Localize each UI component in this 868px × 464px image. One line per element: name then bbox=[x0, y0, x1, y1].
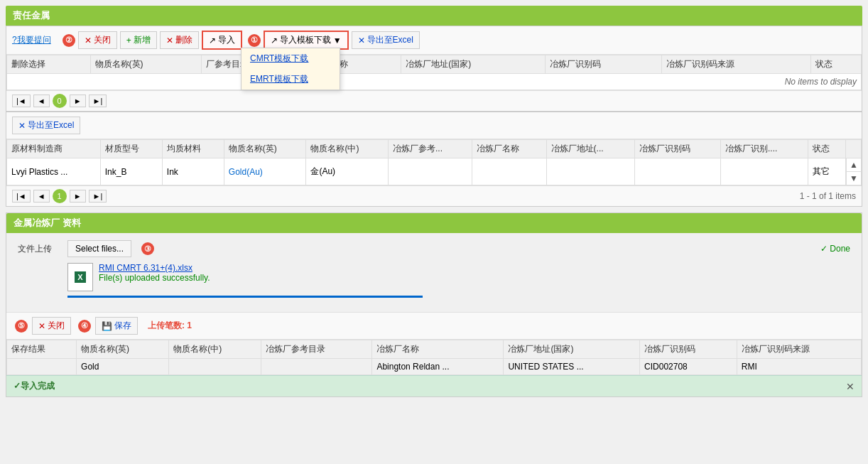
metal-section: 金属冶炼厂 资料 文件上传 Select files... ③ ✓ Done X… bbox=[6, 212, 862, 397]
upload-count-value: 1 bbox=[187, 320, 192, 330]
import-template-button[interactable]: ↗ 导入模板下载 ▼ bbox=[264, 31, 349, 50]
import-icon: ↗ bbox=[209, 36, 216, 45]
badge-2: ② bbox=[63, 34, 75, 47]
select-files-button[interactable]: Select files... bbox=[67, 240, 131, 257]
t2-col-status: 状态 bbox=[808, 140, 846, 158]
first-page-btn2[interactable]: |◄ bbox=[12, 190, 31, 203]
export2-icon: ✕ bbox=[18, 121, 26, 131]
delete-button[interactable]: ✕ 删除 bbox=[160, 31, 199, 49]
action-toolbar: ⑤ ✕ 关闭 ④ 💾 保存 上传笔数: 1 bbox=[6, 312, 862, 340]
action-close-button[interactable]: ✕ 关闭 bbox=[32, 317, 71, 335]
r-col-name-cn: 物质名称(中) bbox=[169, 340, 261, 359]
t2-name-en[interactable]: Gold(Au) bbox=[224, 158, 306, 185]
r-name-cn bbox=[169, 359, 261, 375]
pagination2: |◄ ◄ 1 ► ►| 1 - 1 of 1 items bbox=[6, 185, 862, 206]
toolbar1: ?我要提问 ② ✕ 关闭 + 新增 ✕ 删除 ↗ 导入 ① ↗ 导入模板下载 bbox=[6, 26, 862, 55]
close-icon: ✕ bbox=[85, 36, 92, 45]
col-delete-select: 删除选择 bbox=[7, 55, 91, 74]
add-button[interactable]: + 新增 bbox=[120, 31, 157, 49]
t2-smelter-id-src bbox=[721, 158, 808, 185]
t2-smelter-name bbox=[472, 158, 546, 185]
t2-name-cn: 金(Au) bbox=[306, 158, 389, 185]
r-name-en: Gold bbox=[77, 359, 169, 375]
action-close-icon: ✕ bbox=[38, 321, 45, 331]
save-button[interactable]: 💾 保存 bbox=[95, 317, 138, 335]
r-col-smelter-name: 冶炼厂名称 bbox=[372, 340, 504, 359]
r-col-smelter-addr: 冶炼厂地址(国家) bbox=[504, 340, 640, 359]
metal-section-title: 金属冶炼厂 资料 bbox=[6, 213, 862, 233]
r-col-smelter-ref: 冶炼厂参考目录 bbox=[261, 340, 372, 359]
next-page-btn2[interactable]: ► bbox=[70, 190, 86, 203]
export-button[interactable]: ✕ 导出至Excel bbox=[352, 31, 420, 49]
t2-col-smelter-id-src: 冶炼厂识别.... bbox=[721, 140, 808, 158]
toolbar2: ✕ 导出至Excel bbox=[6, 112, 862, 139]
emrt-template-item[interactable]: EMRT模板下载 bbox=[242, 69, 340, 90]
import-complete-bar: ✓导入完成 ✕ bbox=[6, 375, 862, 396]
upload-count-label: 上传笔数: 1 bbox=[148, 320, 192, 332]
t2-col-smelter-addr: 冶炼厂地址(... bbox=[546, 140, 634, 158]
r-smelter-addr: UNITED STATES ... bbox=[504, 359, 640, 375]
r-smelter-id-src: RMI bbox=[737, 359, 861, 375]
items-count: 1 - 1 of 1 items bbox=[109, 191, 856, 201]
col-smelter-id: 冶炼厂识别码 bbox=[545, 55, 661, 74]
col-status: 状态 bbox=[810, 55, 861, 74]
upload-area: 文件上传 Select files... ③ ✓ Done X RMI CMRT… bbox=[6, 233, 862, 312]
last-page-btn[interactable]: ►| bbox=[89, 95, 107, 107]
result-table: 保存结果 物质名称(英) 物质名称(中) 冶炼厂参考目录 冶炼厂名称 冶炼厂地址… bbox=[6, 340, 862, 375]
t2-col-smelter-ref: 冶炼厂参考... bbox=[389, 140, 472, 158]
result-table-row: Gold Abington Reldan ... UNITED STATES .… bbox=[7, 359, 862, 375]
r-col-smelter-id-src: 冶炼厂识别码来源 bbox=[737, 340, 861, 359]
page-title: 责任金属 bbox=[6, 6, 862, 26]
import-button[interactable]: ↗ 导入 bbox=[202, 31, 242, 50]
add-icon: + bbox=[126, 36, 131, 45]
t2-status: 其它 bbox=[808, 158, 846, 185]
prev-page-btn2[interactable]: ◄ bbox=[33, 190, 50, 203]
page-number1: 0 bbox=[53, 94, 67, 108]
t2-smelter-id bbox=[634, 158, 720, 185]
prev-page-btn[interactable]: ◄ bbox=[33, 95, 50, 107]
table1-container: 删除选择 物质名称(英) 厂参考目录 冶炼厂名称 冶炼厂地址(国家) 冶炼厂识别… bbox=[6, 55, 862, 90]
badge-3: ③ bbox=[141, 242, 154, 255]
t2-smelter-ref bbox=[389, 158, 472, 185]
import-template-dropdown: CMRT模板下载 EMRT模板下载 bbox=[241, 48, 340, 90]
help-link[interactable]: ?我要提问 bbox=[12, 34, 51, 46]
badge-1: ① bbox=[248, 34, 261, 47]
export2-button[interactable]: ✕ 导出至Excel bbox=[12, 117, 80, 134]
t2-manufacturer: Lvyi Plastics ... bbox=[7, 158, 101, 185]
cmrt-template-item[interactable]: CMRT模板下载 bbox=[242, 48, 340, 69]
upload-progress-bar bbox=[67, 296, 423, 298]
page-number2: 1 bbox=[53, 189, 67, 203]
import-complete-close[interactable]: ✕ bbox=[846, 381, 855, 392]
t2-smelter-addr bbox=[546, 158, 634, 185]
file-success-text: File(s) uploaded successfully. bbox=[99, 273, 210, 283]
first-page-btn[interactable]: |◄ bbox=[12, 95, 31, 107]
t2-col-manufacturer: 原材料制造商 bbox=[7, 140, 101, 158]
t2-col-smelter-id: 冶炼厂识别码 bbox=[634, 140, 720, 158]
r-smelter-id: CID002708 bbox=[640, 359, 737, 375]
done-text: ✓ Done bbox=[820, 244, 850, 254]
no-items-text: No items to display bbox=[7, 74, 862, 90]
t2-col-name-cn: 物质名称(中) bbox=[306, 140, 389, 158]
export-icon: ✕ bbox=[358, 36, 365, 45]
col-smelter-addr: 冶炼厂地址(国家) bbox=[401, 55, 545, 74]
pagination1: |◄ ◄ 0 ► ►| bbox=[6, 90, 862, 111]
upload-label: 文件上传 bbox=[18, 243, 60, 255]
file-uploaded: X RMI CMRT 6.31+(4).xlsx File(s) uploade… bbox=[67, 263, 850, 291]
result-table-container: 保存结果 物质名称(英) 物质名称(中) 冶炼厂参考目录 冶炼厂名称 冶炼厂地址… bbox=[6, 340, 862, 375]
next-page-btn[interactable]: ► bbox=[70, 95, 86, 107]
t2-col-smelter-name: 冶炼厂名称 bbox=[472, 140, 546, 158]
save-icon: 💾 bbox=[102, 321, 112, 331]
table2: 原材料制造商 材质型号 均质材料 物质名称(英) 物质名称(中) 冶炼厂参考..… bbox=[6, 139, 862, 185]
download-icon: ↗ bbox=[271, 36, 278, 45]
r-smelter-ref bbox=[261, 359, 372, 375]
r-col-name-en: 物质名称(英) bbox=[77, 340, 169, 359]
t2-col-name-en: 物质名称(英) bbox=[224, 140, 306, 158]
import-complete-text: ✓导入完成 bbox=[13, 380, 55, 392]
file-name[interactable]: RMI CMRT 6.31+(4).xlsx bbox=[99, 263, 210, 273]
r-smelter-name: Abington Reldan ... bbox=[372, 359, 504, 375]
file-info: RMI CMRT 6.31+(4).xlsx File(s) uploaded … bbox=[99, 263, 210, 283]
t2-material-type: Ink_B bbox=[100, 158, 162, 185]
last-page-btn2[interactable]: ►| bbox=[89, 190, 107, 203]
badge-4: ④ bbox=[78, 320, 91, 333]
close-button[interactable]: ✕ 关闭 bbox=[78, 31, 117, 49]
